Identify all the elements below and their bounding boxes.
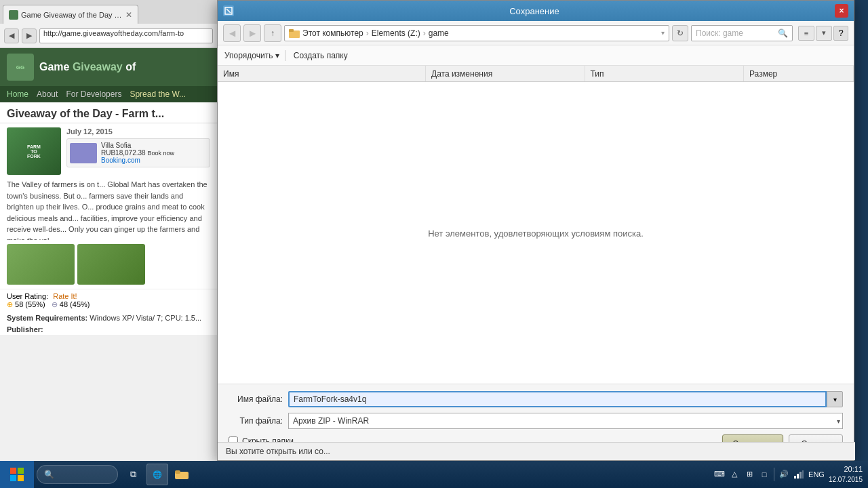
notification-icon[interactable]: △ [729,469,740,480]
clock-date: 12.07.2015 [829,475,863,485]
rate-it-label[interactable]: Rate It! [53,292,77,300]
refresh-button[interactable]: ↻ [672,25,688,41]
network-icon[interactable] [793,469,804,480]
explorer-toolbar: ◀ ▶ ↑ Этот компьютер › Elements (Z:) › g… [218,21,854,45]
explorer-forward-button[interactable]: ▶ [243,24,261,42]
tab-favicon [9,10,18,20]
filename-dropdown-button[interactable]: ▾ [827,391,843,407]
breadcrumb-drive[interactable]: Elements (Z:) [372,28,420,38]
screenshot-2 [77,244,145,285]
volume-icon[interactable]: 🔊 [778,469,789,480]
taskbar-search-icon: 🔍 [44,470,54,479]
open-dialog-bar: Вы хотите открыть или со... [218,442,855,460]
ad-box: Villa Sofia RUB18,072.38 Book now Bookin… [66,138,210,167]
nav-home[interactable]: Home [7,89,28,99]
forward-button[interactable]: ▶ [22,28,37,43]
game-meta: July 12, 2015 Villa Sofia RUB18,072.38 B… [66,127,210,175]
system-requirements: System Requirements: Windows XP/ Vista/ … [0,312,217,324]
folder-icon [289,28,300,39]
breadcrumb-computer[interactable]: Этот компьютер [302,28,363,38]
svg-rect-7 [18,475,24,481]
save-dialog: Сохранение × ◀ ▶ ↑ Этот компьютер › Elem… [217,0,854,461]
explorer-back-button[interactable]: ◀ [223,24,241,42]
task-view-button[interactable]: ⧉ [121,464,145,485]
breadcrumb-sep-2: › [423,28,426,38]
back-button[interactable]: ◀ [4,28,19,43]
list-view-button[interactable]: ≡ [798,26,814,41]
taskbar-search[interactable]: 🔍 [37,465,118,484]
thumbs-up-count: 58 (55%) [15,300,45,308]
breadcrumb-dropdown[interactable]: ▾ [661,29,665,37]
game-date: July 12, 2015 [66,127,210,136]
rating-section: User Rating: Rate It! ⊕ 58 (55%) ⊖ 48 (4… [0,289,217,312]
col-header-type[interactable]: Тип [585,66,745,81]
breadcrumb-folder[interactable]: game [429,28,449,38]
filetype-row: Тип файла: Архив ZIP - WinRAR ▾ [229,413,843,429]
explorer-up-button[interactable]: ↑ [264,24,281,42]
explorer-actions: Упорядочить ▾ Создать папку [218,45,854,66]
clock-time: 20:11 [829,464,863,474]
new-folder-button[interactable]: Создать папку [291,49,351,62]
col-header-size[interactable]: Размер [744,66,854,81]
page-title: Giveaway of the Day - Farm t... [0,102,217,123]
nav-developers[interactable]: For Developers [66,89,121,99]
site-logo: GG [7,54,34,81]
thumbs-up-icon: ⊕ [7,300,13,308]
nav-about[interactable]: About [37,89,58,99]
folder-taskbar-icon [175,469,189,480]
svg-rect-6 [10,475,16,481]
col-header-name[interactable]: Имя [218,66,426,81]
game-info: FARMTOFORK July 12, 2015 Villa Sofia RUB… [0,123,217,179]
screenshot-1 [7,244,75,285]
organize-dropdown[interactable]: Упорядочить ▾ [224,51,279,60]
website-content: GG Game Giveaway of Home About For Devel… [0,48,217,335]
sys-req-label: System Requirements: [7,314,87,322]
game-description: The Valley of farmers is on t... Global … [0,179,217,240]
browser-tab[interactable]: Game Giveaway of the Day - ... ✕ [3,5,138,24]
game-screenshots [0,240,217,289]
dialog-overlay: Сохранение × ◀ ▶ ↑ Этот компьютер › Elem… [217,0,868,488]
clock[interactable]: 20:11 12.07.2015 [829,464,863,484]
windows-icon[interactable]: ⊞ [744,469,755,480]
browser-window: Game Giveaway of the Day - ... ✕ ◀ ▶ htt… [0,0,217,488]
taskview-icon[interactable]: □ [759,469,770,480]
taskbar-tray: ⌨ △ ⊞ □ 🔊 ENG 20:11 12.07.2015 [714,464,868,484]
keyboard-icon[interactable]: ⌨ [714,469,725,480]
ad-site: Booking.com [101,157,174,164]
tab-close-button[interactable]: ✕ [125,10,132,20]
view-options-dropdown[interactable]: ▾ [816,26,832,41]
site-header: GG Game Giveaway of [0,48,217,86]
dialog-icon [223,5,234,16]
taskbar-folder-button[interactable] [170,464,194,485]
taskbar: 🔍 ⧉ 🌐 ⌨ △ ⊞ □ 🔊 [0,461,868,488]
help-button[interactable]: ? [833,26,848,41]
user-rating-label: User Rating: [7,292,48,300]
open-prompt-text: Вы хотите открыть или со... [226,447,330,456]
filetype-select[interactable]: Архив ZIP - WinRAR [288,413,843,429]
search-bar[interactable]: Поиск: game 🔍 [691,25,793,41]
ad-title: Villa Sofia [101,142,174,149]
publisher-label: Publisher: [7,325,43,333]
address-input[interactable]: http://game.giveawayoftheday.com/farm-to [39,28,213,43]
svg-line-1 [226,9,231,13]
breadcrumb-bar: Этот компьютер › Elements (Z:) › game ▾ [284,25,669,41]
nav-spread[interactable]: Spread the W... [130,89,186,99]
breadcrumb-sep-1: › [366,28,369,38]
tab-title: Game Giveaway of the Day - ... [21,11,123,19]
filename-input-wrapper: ▾ [288,391,843,407]
taskbar-ie-button[interactable]: 🌐 [146,464,168,485]
filename-input[interactable] [288,391,827,407]
ad-price: RUB18,072.38 Book now [101,149,174,157]
ad-content: Villa Sofia RUB18,072.38 Book now Bookin… [101,142,174,164]
language-indicator[interactable]: ENG [808,470,825,479]
svg-rect-9 [175,470,180,474]
svg-rect-4 [10,468,16,474]
svg-rect-10 [794,476,796,479]
column-headers: Имя Дата изменения Тип Размер [218,66,854,82]
dialog-title-text: Сохранение [234,6,835,16]
col-header-date[interactable]: Дата изменения [426,66,585,81]
filetype-wrapper: Архив ZIP - WinRAR ▾ [288,413,843,429]
dialog-close-button[interactable]: × [835,4,848,18]
organize-label: Упорядочить ▾ [224,51,279,60]
start-button[interactable] [0,461,34,488]
